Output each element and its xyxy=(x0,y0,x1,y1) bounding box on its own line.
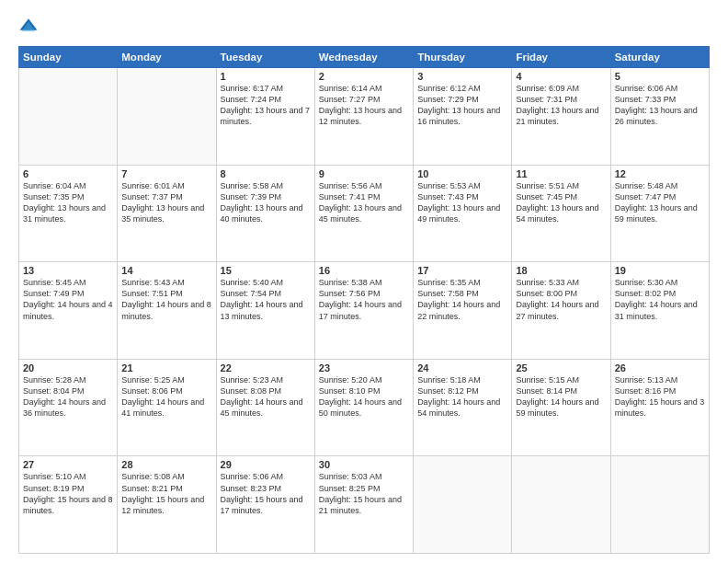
calendar-cell xyxy=(610,456,709,554)
day-number: 29 xyxy=(221,459,311,470)
day-detail: Sunrise: 5:51 AMSunset: 7:45 PMDaylight:… xyxy=(516,180,606,225)
day-detail: Sunrise: 5:33 AMSunset: 8:00 PMDaylight:… xyxy=(516,277,606,322)
day-detail: Sunrise: 5:20 AMSunset: 8:10 PMDaylight:… xyxy=(319,374,409,419)
day-number: 8 xyxy=(221,168,311,179)
day-number: 30 xyxy=(319,459,409,470)
calendar-cell: 19Sunrise: 5:30 AMSunset: 8:02 PMDayligh… xyxy=(610,262,709,360)
week-row-2: 6Sunrise: 6:04 AMSunset: 7:35 PMDaylight… xyxy=(19,165,710,262)
day-detail: Sunrise: 5:03 AMSunset: 8:25 PMDaylight:… xyxy=(319,471,409,516)
logo-icon xyxy=(18,17,39,37)
day-number: 24 xyxy=(417,362,507,373)
day-number: 25 xyxy=(516,362,606,373)
day-number: 12 xyxy=(615,168,705,179)
calendar-cell: 24Sunrise: 5:18 AMSunset: 8:12 PMDayligh… xyxy=(414,359,512,456)
day-number: 20 xyxy=(23,362,113,373)
day-number: 13 xyxy=(23,265,113,276)
calendar-cell: 18Sunrise: 5:33 AMSunset: 8:00 PMDayligh… xyxy=(512,262,610,360)
day-detail: Sunrise: 5:48 AMSunset: 7:47 PMDaylight:… xyxy=(615,180,705,225)
calendar-cell: 30Sunrise: 5:03 AMSunset: 8:25 PMDayligh… xyxy=(314,456,413,554)
day-detail: Sunrise: 6:09 AMSunset: 7:31 PMDaylight:… xyxy=(516,83,606,128)
day-detail: Sunrise: 6:04 AMSunset: 7:35 PMDaylight:… xyxy=(23,180,113,225)
day-detail: Sunrise: 5:10 AMSunset: 8:19 PMDaylight:… xyxy=(23,471,113,516)
day-detail: Sunrise: 5:08 AMSunset: 8:21 PMDaylight:… xyxy=(121,471,211,516)
calendar-cell: 13Sunrise: 5:45 AMSunset: 7:49 PMDayligh… xyxy=(19,262,118,360)
day-number: 4 xyxy=(516,71,606,82)
calendar-cell: 5Sunrise: 6:06 AMSunset: 7:33 PMDaylight… xyxy=(610,68,709,166)
day-number: 19 xyxy=(615,265,705,276)
week-row-4: 20Sunrise: 5:28 AMSunset: 8:04 PMDayligh… xyxy=(19,359,710,456)
header xyxy=(18,17,710,37)
calendar-cell: 8Sunrise: 5:58 AMSunset: 7:39 PMDaylight… xyxy=(216,165,314,262)
day-detail: Sunrise: 6:17 AMSunset: 7:24 PMDaylight:… xyxy=(221,83,311,128)
day-number: 2 xyxy=(319,71,409,82)
day-number: 15 xyxy=(221,265,311,276)
day-number: 26 xyxy=(615,362,705,373)
page: SundayMondayTuesdayWednesdayThursdayFrid… xyxy=(0,0,728,563)
calendar-cell: 27Sunrise: 5:10 AMSunset: 8:19 PMDayligh… xyxy=(19,456,118,554)
day-detail: Sunrise: 5:30 AMSunset: 8:02 PMDaylight:… xyxy=(615,277,705,322)
calendar-cell: 22Sunrise: 5:23 AMSunset: 8:08 PMDayligh… xyxy=(216,359,314,456)
day-detail: Sunrise: 5:28 AMSunset: 8:04 PMDaylight:… xyxy=(23,374,113,419)
day-number: 3 xyxy=(417,71,507,82)
weekday-header-thursday: Thursday xyxy=(414,47,512,68)
calendar-cell: 11Sunrise: 5:51 AMSunset: 7:45 PMDayligh… xyxy=(512,165,610,262)
week-row-3: 13Sunrise: 5:45 AMSunset: 7:49 PMDayligh… xyxy=(19,262,710,360)
day-number: 11 xyxy=(516,168,606,179)
calendar-cell: 12Sunrise: 5:48 AMSunset: 7:47 PMDayligh… xyxy=(610,165,709,262)
day-number: 21 xyxy=(121,362,211,373)
calendar-cell: 14Sunrise: 5:43 AMSunset: 7:51 PMDayligh… xyxy=(118,262,216,360)
calendar-cell: 7Sunrise: 6:01 AMSunset: 7:37 PMDaylight… xyxy=(118,165,216,262)
day-detail: Sunrise: 6:12 AMSunset: 7:29 PMDaylight:… xyxy=(417,83,507,128)
weekday-header-wednesday: Wednesday xyxy=(314,47,413,68)
calendar-cell: 25Sunrise: 5:15 AMSunset: 8:14 PMDayligh… xyxy=(512,359,610,456)
day-detail: Sunrise: 5:53 AMSunset: 7:43 PMDaylight:… xyxy=(417,180,507,225)
calendar-cell: 17Sunrise: 5:35 AMSunset: 7:58 PMDayligh… xyxy=(414,262,512,360)
calendar-header-row: SundayMondayTuesdayWednesdayThursdayFrid… xyxy=(19,47,710,68)
calendar-cell: 1Sunrise: 6:17 AMSunset: 7:24 PMDaylight… xyxy=(216,68,314,166)
logo xyxy=(18,17,42,37)
calendar-cell xyxy=(19,68,118,166)
calendar-cell: 16Sunrise: 5:38 AMSunset: 7:56 PMDayligh… xyxy=(314,262,413,360)
calendar-cell: 29Sunrise: 5:06 AMSunset: 8:23 PMDayligh… xyxy=(216,456,314,554)
week-row-5: 27Sunrise: 5:10 AMSunset: 8:19 PMDayligh… xyxy=(19,456,710,554)
calendar-cell: 10Sunrise: 5:53 AMSunset: 7:43 PMDayligh… xyxy=(414,165,512,262)
day-detail: Sunrise: 5:35 AMSunset: 7:58 PMDaylight:… xyxy=(417,277,507,322)
calendar-cell xyxy=(118,68,216,166)
calendar-table: SundayMondayTuesdayWednesdayThursdayFrid… xyxy=(18,46,710,554)
calendar-cell: 26Sunrise: 5:13 AMSunset: 8:16 PMDayligh… xyxy=(610,359,709,456)
day-detail: Sunrise: 5:18 AMSunset: 8:12 PMDaylight:… xyxy=(417,374,507,419)
day-detail: Sunrise: 6:14 AMSunset: 7:27 PMDaylight:… xyxy=(319,83,409,128)
calendar-cell: 15Sunrise: 5:40 AMSunset: 7:54 PMDayligh… xyxy=(216,262,314,360)
calendar-cell: 28Sunrise: 5:08 AMSunset: 8:21 PMDayligh… xyxy=(118,456,216,554)
day-number: 17 xyxy=(417,265,507,276)
weekday-header-sunday: Sunday xyxy=(19,47,118,68)
day-number: 28 xyxy=(121,459,211,470)
day-detail: Sunrise: 5:43 AMSunset: 7:51 PMDaylight:… xyxy=(121,277,211,322)
day-number: 14 xyxy=(121,265,211,276)
day-number: 18 xyxy=(516,265,606,276)
day-detail: Sunrise: 6:01 AMSunset: 7:37 PMDaylight:… xyxy=(121,180,211,225)
day-number: 22 xyxy=(221,362,311,373)
day-detail: Sunrise: 5:45 AMSunset: 7:49 PMDaylight:… xyxy=(23,277,113,322)
day-number: 23 xyxy=(319,362,409,373)
day-detail: Sunrise: 5:40 AMSunset: 7:54 PMDaylight:… xyxy=(221,277,311,322)
day-detail: Sunrise: 5:15 AMSunset: 8:14 PMDaylight:… xyxy=(516,374,606,419)
day-number: 9 xyxy=(319,168,409,179)
day-detail: Sunrise: 5:56 AMSunset: 7:41 PMDaylight:… xyxy=(319,180,409,225)
calendar-cell: 9Sunrise: 5:56 AMSunset: 7:41 PMDaylight… xyxy=(314,165,413,262)
day-number: 1 xyxy=(221,71,311,82)
day-detail: Sunrise: 5:25 AMSunset: 8:06 PMDaylight:… xyxy=(121,374,211,419)
day-detail: Sunrise: 5:23 AMSunset: 8:08 PMDaylight:… xyxy=(221,374,311,419)
weekday-header-saturday: Saturday xyxy=(610,47,709,68)
day-detail: Sunrise: 5:58 AMSunset: 7:39 PMDaylight:… xyxy=(221,180,311,225)
day-detail: Sunrise: 5:06 AMSunset: 8:23 PMDaylight:… xyxy=(221,471,311,516)
day-number: 7 xyxy=(121,168,211,179)
week-row-1: 1Sunrise: 6:17 AMSunset: 7:24 PMDaylight… xyxy=(19,68,710,166)
calendar-cell: 2Sunrise: 6:14 AMSunset: 7:27 PMDaylight… xyxy=(314,68,413,166)
day-number: 5 xyxy=(615,71,705,82)
calendar-cell: 20Sunrise: 5:28 AMSunset: 8:04 PMDayligh… xyxy=(19,359,118,456)
calendar-cell: 3Sunrise: 6:12 AMSunset: 7:29 PMDaylight… xyxy=(414,68,512,166)
calendar-cell: 4Sunrise: 6:09 AMSunset: 7:31 PMDaylight… xyxy=(512,68,610,166)
calendar-cell: 6Sunrise: 6:04 AMSunset: 7:35 PMDaylight… xyxy=(19,165,118,262)
day-number: 6 xyxy=(23,168,113,179)
